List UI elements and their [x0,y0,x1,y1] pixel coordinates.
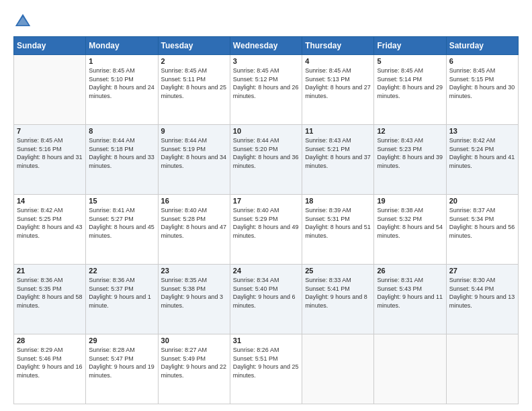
calendar-cell: 28Sunrise: 8:29 AM Sunset: 5:46 PM Dayli… [14,334,86,404]
day-info: Sunrise: 8:44 AM Sunset: 5:18 PM Dayligh… [89,136,154,170]
day-number: 19 [377,197,443,205]
day-info: Sunrise: 8:44 AM Sunset: 5:20 PM Dayligh… [233,136,299,170]
calendar-cell: 14Sunrise: 8:42 AM Sunset: 5:25 PM Dayli… [14,195,86,265]
day-number: 29 [89,336,154,345]
calendar-cell: 26Sunrise: 8:31 AM Sunset: 5:43 PM Dayli… [374,265,446,334]
day-info: Sunrise: 8:35 AM Sunset: 5:38 PM Dayligh… [161,276,227,310]
day-info: Sunrise: 8:37 AM Sunset: 5:34 PM Dayligh… [449,206,515,240]
day-number: 20 [449,197,515,205]
day-number: 27 [449,267,515,275]
calendar-cell: 12Sunrise: 8:43 AM Sunset: 5:23 PM Dayli… [374,125,446,195]
calendar-cell: 7Sunrise: 8:45 AM Sunset: 5:16 PM Daylig… [14,125,86,195]
day-info: Sunrise: 8:29 AM Sunset: 5:46 PM Dayligh… [17,346,83,379]
day-info: Sunrise: 8:45 AM Sunset: 5:11 PM Dayligh… [161,66,227,100]
day-info: Sunrise: 8:31 AM Sunset: 5:43 PM Dayligh… [377,276,443,310]
day-number: 21 [17,267,83,275]
day-number: 23 [161,267,227,275]
day-number: 26 [377,267,443,275]
day-info: Sunrise: 8:45 AM Sunset: 5:14 PM Dayligh… [377,66,443,100]
calendar-cell: 9Sunrise: 8:44 AM Sunset: 5:19 PM Daylig… [158,125,230,195]
calendar-header-monday: Monday [86,37,158,55]
day-info: Sunrise: 8:26 AM Sunset: 5:51 PM Dayligh… [233,346,299,379]
day-number: 11 [305,127,371,135]
calendar-cell: 16Sunrise: 8:40 AM Sunset: 5:28 PM Dayli… [158,195,230,265]
logo-icon [13,12,32,31]
page: SundayMondayTuesdayWednesdayThursdayFrid… [0,0,532,411]
calendar-cell: 31Sunrise: 8:26 AM Sunset: 5:51 PM Dayli… [230,334,302,404]
calendar-header-sunday: Sunday [14,37,86,55]
calendar-cell: 21Sunrise: 8:36 AM Sunset: 5:35 PM Dayli… [14,265,86,334]
day-info: Sunrise: 8:43 AM Sunset: 5:23 PM Dayligh… [377,136,443,170]
day-number: 13 [449,127,515,135]
calendar-cell: 25Sunrise: 8:33 AM Sunset: 5:41 PM Dayli… [302,265,374,334]
calendar-cell: 23Sunrise: 8:35 AM Sunset: 5:38 PM Dayli… [158,265,230,334]
calendar-week-row: 7Sunrise: 8:45 AM Sunset: 5:16 PM Daylig… [14,125,519,195]
calendar-cell [374,334,446,404]
day-info: Sunrise: 8:45 AM Sunset: 5:12 PM Dayligh… [233,66,299,100]
calendar-cell: 22Sunrise: 8:36 AM Sunset: 5:37 PM Dayli… [86,265,158,334]
day-number: 22 [89,267,154,275]
day-number: 7 [17,127,83,135]
calendar-header-saturday: Saturday [446,37,518,55]
calendar-header-tuesday: Tuesday [158,37,230,55]
calendar-cell: 8Sunrise: 8:44 AM Sunset: 5:18 PM Daylig… [86,125,158,195]
calendar-cell: 11Sunrise: 8:43 AM Sunset: 5:21 PM Dayli… [302,125,374,195]
day-info: Sunrise: 8:38 AM Sunset: 5:32 PM Dayligh… [377,206,443,240]
day-number: 10 [233,127,299,135]
calendar-cell: 18Sunrise: 8:39 AM Sunset: 5:31 PM Dayli… [302,195,374,265]
calendar-cell: 24Sunrise: 8:34 AM Sunset: 5:40 PM Dayli… [230,265,302,334]
day-number: 8 [89,127,154,135]
calendar-header-thursday: Thursday [302,37,374,55]
day-number: 28 [17,336,83,345]
calendar-cell: 29Sunrise: 8:28 AM Sunset: 5:47 PM Dayli… [86,334,158,404]
calendar-cell: 17Sunrise: 8:40 AM Sunset: 5:29 PM Dayli… [230,195,302,265]
day-info: Sunrise: 8:40 AM Sunset: 5:29 PM Dayligh… [233,206,299,240]
calendar-cell: 1Sunrise: 8:45 AM Sunset: 5:10 PM Daylig… [86,55,158,125]
day-number: 25 [305,267,371,275]
day-info: Sunrise: 8:36 AM Sunset: 5:35 PM Dayligh… [17,276,83,310]
day-info: Sunrise: 8:43 AM Sunset: 5:21 PM Dayligh… [305,136,371,170]
logo [13,12,36,31]
day-info: Sunrise: 8:45 AM Sunset: 5:13 PM Dayligh… [305,66,371,100]
calendar-cell: 30Sunrise: 8:27 AM Sunset: 5:49 PM Dayli… [158,334,230,404]
day-info: Sunrise: 8:36 AM Sunset: 5:37 PM Dayligh… [89,276,154,310]
calendar-header-wednesday: Wednesday [230,37,302,55]
day-info: Sunrise: 8:42 AM Sunset: 5:25 PM Dayligh… [17,206,83,240]
day-number: 4 [305,57,371,65]
day-number: 9 [161,127,227,135]
calendar-cell: 10Sunrise: 8:44 AM Sunset: 5:20 PM Dayli… [230,125,302,195]
day-number: 24 [233,267,299,275]
day-number: 16 [161,197,227,205]
day-number: 31 [233,336,299,345]
day-info: Sunrise: 8:40 AM Sunset: 5:28 PM Dayligh… [161,206,227,240]
calendar-cell [14,55,86,125]
day-info: Sunrise: 8:27 AM Sunset: 5:49 PM Dayligh… [161,346,227,379]
header [13,12,519,31]
calendar-cell: 6Sunrise: 8:45 AM Sunset: 5:15 PM Daylig… [446,55,518,125]
calendar-cell: 5Sunrise: 8:45 AM Sunset: 5:14 PM Daylig… [374,55,446,125]
day-number: 18 [305,197,371,205]
day-number: 15 [89,197,154,205]
calendar-cell: 2Sunrise: 8:45 AM Sunset: 5:11 PM Daylig… [158,55,230,125]
day-info: Sunrise: 8:34 AM Sunset: 5:40 PM Dayligh… [233,276,299,310]
calendar-week-row: 28Sunrise: 8:29 AM Sunset: 5:46 PM Dayli… [14,334,519,404]
day-number: 3 [233,57,299,65]
calendar-cell [446,334,518,404]
calendar-cell: 3Sunrise: 8:45 AM Sunset: 5:12 PM Daylig… [230,55,302,125]
day-number: 17 [233,197,299,205]
calendar-cell: 20Sunrise: 8:37 AM Sunset: 5:34 PM Dayli… [446,195,518,265]
day-info: Sunrise: 8:45 AM Sunset: 5:10 PM Dayligh… [89,66,154,100]
day-info: Sunrise: 8:42 AM Sunset: 5:24 PM Dayligh… [449,136,515,170]
calendar-week-row: 1Sunrise: 8:45 AM Sunset: 5:10 PM Daylig… [14,55,519,125]
calendar-header-row: SundayMondayTuesdayWednesdayThursdayFrid… [14,37,519,55]
day-info: Sunrise: 8:39 AM Sunset: 5:31 PM Dayligh… [305,206,371,240]
day-number: 14 [17,197,83,205]
day-info: Sunrise: 8:30 AM Sunset: 5:44 PM Dayligh… [449,276,515,310]
day-number: 5 [377,57,443,65]
day-info: Sunrise: 8:28 AM Sunset: 5:47 PM Dayligh… [89,346,154,379]
calendar-header-friday: Friday [374,37,446,55]
calendar-cell [302,334,374,404]
calendar-cell: 27Sunrise: 8:30 AM Sunset: 5:44 PM Dayli… [446,265,518,334]
calendar-cell: 13Sunrise: 8:42 AM Sunset: 5:24 PM Dayli… [446,125,518,195]
day-number: 2 [161,57,227,65]
